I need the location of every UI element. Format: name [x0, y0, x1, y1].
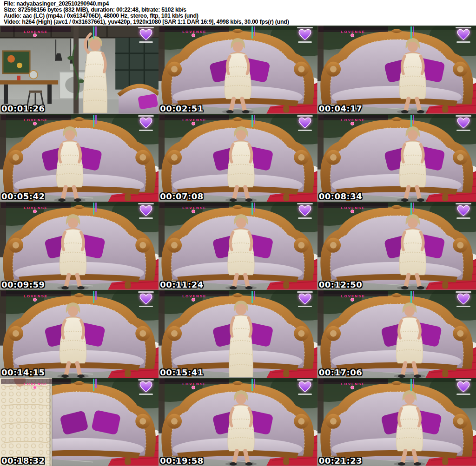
lovense-dot-icon [192, 122, 195, 125]
scene-image [159, 378, 317, 466]
thumbnail: LOVENSE 00:15:41 [159, 290, 317, 378]
badge-text-line [138, 27, 154, 28]
lovense-banner: LOVENSE [159, 26, 229, 32]
badge-text-line [298, 217, 312, 219]
lovense-dot-icon [33, 122, 37, 125]
badge-text-line [297, 27, 313, 28]
badge-text-line [456, 130, 470, 131]
overlay-bar-purple [95, 115, 97, 124]
lovense-banner: LOVENSE [318, 291, 388, 296]
heart-icon [139, 293, 152, 305]
thumbnail: LOVENSE 00:04:17 [317, 26, 476, 114]
lovense-banner: LOVENSE [318, 379, 388, 384]
overlay-bar-teal [410, 115, 412, 127]
lovense-banner: LOVENSE [318, 26, 388, 32]
lovense-dot-icon [350, 33, 354, 37]
heart-goal-badge-icon [135, 26, 157, 43]
lovense-banner: LOVENSE [1, 26, 71, 32]
scene-image [0, 378, 159, 466]
heart-icon [298, 293, 311, 305]
heart-goal-badge-icon [135, 379, 157, 395]
badge-text-line [456, 203, 471, 204]
badge-text-line [297, 379, 313, 381]
lovense-banner: LOVENSE [159, 203, 229, 208]
heart-goal-badge-icon [453, 203, 474, 219]
heart-icon [457, 117, 470, 129]
badge-text-line [298, 306, 312, 307]
overlay-bar-teal [93, 291, 94, 303]
lovense-dot-icon [350, 122, 354, 125]
badge-text-line [456, 306, 470, 307]
thumbnail: LOVENSE 00:21:23 [317, 378, 476, 466]
thumbnail: LOVENSE 00:11:24 [159, 202, 317, 290]
heart-goal-badge-icon [135, 203, 157, 219]
scene-image [159, 202, 317, 290]
overlay-bar-purple [413, 115, 414, 124]
overlay-bar-purple [254, 115, 255, 124]
lovense-dot-icon [350, 210, 354, 213]
heart-icon [298, 29, 311, 41]
timestamp-label: 00:19:58 [160, 456, 204, 466]
heart-icon [298, 381, 311, 393]
overlay-bar-teal [251, 291, 253, 303]
badge-text-line [456, 291, 471, 293]
overlay-bar-teal [251, 203, 253, 215]
thumbnail: LOVENSE 00:14:15 [0, 290, 159, 378]
badge-text-line [456, 379, 471, 381]
heart-goal-badge-icon [135, 115, 157, 131]
thumbnail: LOVENSE 00:12:50 [317, 202, 476, 290]
lovense-banner: LOVENSE [1, 115, 71, 120]
timestamp-label: 00:18:32 [1, 456, 45, 466]
timestamp-label: 00:01:26 [1, 104, 45, 113]
badge-text-line [138, 115, 154, 117]
thumbnail: LOVENSE 00:08:34 [317, 114, 476, 202]
overlay-bar-teal [93, 26, 94, 39]
badge-text-line [139, 306, 153, 307]
timestamp-label: 00:08:34 [319, 191, 363, 201]
heart-goal-badge-icon [294, 26, 316, 43]
overlay-bar-teal [410, 291, 412, 303]
thumbnail: LOVENSE 00:17:06 [317, 290, 476, 378]
overlay-bar-teal [93, 203, 94, 215]
media-info-header: File: nadyabasinger_202510290940.mp4 Siz… [0, 0, 476, 26]
timestamp-label: 00:12:50 [319, 280, 363, 289]
scene-image [317, 378, 476, 466]
heart-goal-badge-icon [135, 291, 157, 308]
badge-text-line [139, 41, 153, 43]
badge-text-line [139, 394, 153, 395]
overlay-bar-purple [95, 203, 97, 212]
timestamp-label: 00:04:17 [319, 104, 363, 113]
thumbnail: LOVENSE 00:01:26 [0, 26, 159, 114]
heart-goal-badge-icon [294, 115, 316, 131]
badge-text-line [297, 203, 313, 204]
badge-text-line [456, 217, 470, 219]
scene-image [159, 26, 317, 114]
thumbnail: LOVENSE 00:02:51 [159, 26, 317, 114]
badge-text-line [456, 115, 471, 117]
scene-image [159, 290, 317, 378]
overlay-bar-purple [95, 379, 97, 388]
heart-icon [139, 29, 152, 41]
scene-image [317, 290, 476, 378]
badge-text-line [298, 130, 312, 131]
heart-goal-badge-icon [453, 379, 474, 395]
overlay-bar-purple [95, 291, 97, 300]
thumbnail-grid: LOVENSE 00:01:26 LO [0, 26, 476, 466]
overlay-bar-purple [413, 203, 414, 212]
lovense-dot-icon [33, 298, 37, 302]
timestamp-label: 00:14:15 [1, 368, 45, 377]
lovense-banner: LOVENSE [1, 379, 71, 384]
lovense-banner: LOVENSE [159, 379, 229, 384]
scene-image [317, 114, 476, 202]
thumbnail: LOVENSE 00:18:32 [0, 378, 159, 466]
lovense-banner: LOVENSE [1, 203, 71, 208]
heart-goal-badge-icon [294, 291, 316, 308]
badge-text-line [138, 291, 154, 293]
heart-icon [139, 205, 152, 217]
badge-text-line [297, 115, 313, 117]
video-line: Video: h264 (High) (avc1 / 0x31637661), … [4, 19, 476, 25]
timestamp-label: 00:15:41 [160, 368, 204, 377]
overlay-bar-teal [410, 379, 412, 391]
overlay-bar-teal [410, 203, 412, 215]
timestamp-label: 00:17:06 [319, 368, 363, 377]
